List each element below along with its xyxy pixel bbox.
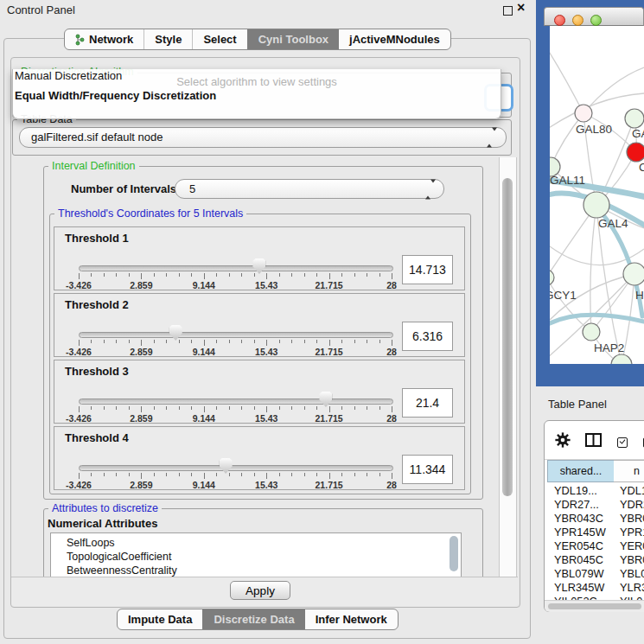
table-row[interactable]: YDR27...YDR2 xyxy=(547,498,644,512)
slider-tick xyxy=(354,406,355,410)
tab-infer-network[interactable]: Infer Network xyxy=(305,609,398,629)
slider-tick xyxy=(241,340,242,343)
network-node[interactable] xyxy=(550,270,554,285)
network-node[interactable] xyxy=(627,143,644,162)
panel-scrollbar-thumb[interactable] xyxy=(502,178,513,496)
split-columns-icon[interactable] xyxy=(585,433,602,450)
table-row[interactable]: YBR043CYBR0 xyxy=(547,512,644,526)
network-node[interactable] xyxy=(611,354,632,364)
checked-checkbox-icon[interactable] xyxy=(617,437,628,448)
network-node[interactable] xyxy=(623,263,644,285)
tab-cyni-toolbox[interactable]: Cyni Toolbox xyxy=(247,29,339,49)
table-hscrollbar-thumb[interactable] xyxy=(548,603,641,609)
tab-discretize-data[interactable]: Discretize Data xyxy=(202,609,304,629)
tab-jactivemnodules[interactable]: jActiveMNodules xyxy=(339,29,450,49)
float-window-icon[interactable] xyxy=(503,6,513,16)
slider-track[interactable] xyxy=(79,465,393,471)
slider-tick xyxy=(204,406,205,412)
tab-label: Network xyxy=(89,29,133,49)
attribute-item[interactable]: SelfLoops xyxy=(51,536,461,550)
list-scrollbar-thumb[interactable] xyxy=(450,536,458,571)
table-row[interactable]: YBR045CYBR0 xyxy=(547,553,644,567)
slider-tick xyxy=(104,406,105,410)
numerical-attributes-list: SelfLoopsTopologicalCoefficientBetweenne… xyxy=(50,532,462,583)
apply-button[interactable]: Apply xyxy=(230,581,290,600)
column-header-name[interactable]: n xyxy=(614,460,644,482)
tab-style[interactable]: Style xyxy=(143,29,192,49)
gear-icon[interactable] xyxy=(555,432,571,451)
slider-tick-label: 28 xyxy=(386,347,397,357)
close-traffic-light-icon[interactable] xyxy=(554,15,565,26)
minimize-traffic-light-icon[interactable] xyxy=(572,15,583,26)
slider-thumb[interactable] xyxy=(169,325,182,341)
slider-tick xyxy=(166,273,167,277)
attribute-item[interactable]: TopologicalCoefficient xyxy=(51,550,461,564)
network-tab-icon xyxy=(75,34,85,46)
table-cell: YBL079W xyxy=(547,567,616,581)
table-hscrollbar-track[interactable] xyxy=(545,600,644,612)
slider-thumb[interactable] xyxy=(319,392,332,407)
close-icon[interactable]: × xyxy=(517,0,525,16)
table-row[interactable]: YLR345WYLR3 xyxy=(547,581,644,595)
slider-tick xyxy=(254,406,255,410)
slider-thumb[interactable] xyxy=(252,258,265,274)
slider-thumb[interactable] xyxy=(220,458,233,474)
algorithm-option[interactable]: Equal Width/Frequency Discretization xyxy=(15,89,502,102)
screen: Control Panel × NetworkStyleSelectCyni T… xyxy=(0,0,644,644)
table-cell: YBR043C xyxy=(547,512,616,526)
network-node-label: GAL80 xyxy=(576,123,612,136)
tab-network[interactable]: Network xyxy=(65,29,143,49)
attribute-item[interactable]: BetweennessCentrality xyxy=(51,564,461,577)
slider-tick xyxy=(216,273,217,277)
table-row[interactable]: YER054CYER0 xyxy=(547,539,644,553)
table-body: YDL19...YDL1YDR27...YDR2YBR043CYBR0YPR14… xyxy=(547,484,644,601)
slider-track[interactable] xyxy=(79,332,393,338)
slider-tick xyxy=(367,273,367,277)
network-canvas[interactable]: GAL80GACGAL11GAL4GCY1HHAP2 xyxy=(550,26,644,364)
threshold-value-field[interactable]: 6.316 xyxy=(402,322,453,351)
network-node[interactable] xyxy=(575,105,592,122)
threshold-value-field[interactable]: 21.4 xyxy=(402,388,453,418)
slider-tick xyxy=(79,406,80,412)
thresholds-list: Threshold 1-3.4262.8599.14415.4321.71528… xyxy=(54,226,465,493)
slider-track[interactable] xyxy=(79,265,393,271)
threshold-label: Threshold 2 xyxy=(65,298,129,311)
slider-tick xyxy=(379,406,380,410)
tab-select[interactable]: Select xyxy=(192,29,246,49)
slider-track[interactable] xyxy=(79,399,393,405)
numerical-attributes-label: Numerical Attributes xyxy=(48,517,157,530)
table-data-combo[interactable]: galFiltered.sif default node xyxy=(19,127,507,148)
slider-tick xyxy=(79,340,80,346)
stepper-arrows-icon xyxy=(425,182,436,195)
slider-tick-label: 21.715 xyxy=(316,280,343,290)
table-row[interactable]: YDL19...YDL1 xyxy=(547,484,644,498)
number-of-intervals-combo[interactable]: 5 xyxy=(175,179,444,199)
slider-tick xyxy=(279,273,280,277)
slider-tick xyxy=(254,273,255,277)
table-row[interactable]: YPR145WYPR1 xyxy=(547,526,644,539)
network-node[interactable] xyxy=(583,323,600,341)
threshold-value-field[interactable]: 14.713 xyxy=(402,255,453,284)
network-node[interactable] xyxy=(625,109,644,128)
tab-label: Style xyxy=(155,29,182,49)
slider-tick xyxy=(266,473,267,479)
tab-impute-data[interactable]: Impute Data xyxy=(118,609,202,629)
table-row[interactable]: YBL079WYBL0 xyxy=(547,567,644,581)
slider-tick xyxy=(191,473,192,476)
slider-tick xyxy=(367,340,367,343)
slider-tick xyxy=(104,273,105,277)
network-node[interactable] xyxy=(583,192,609,218)
table-cell: YPR145W xyxy=(547,526,616,539)
slider-tick xyxy=(279,340,280,343)
threshold-value-field[interactable]: 11.344 xyxy=(402,455,453,484)
network-titlebar[interactable] xyxy=(544,7,644,26)
column-header-shared-name[interactable]: shared... xyxy=(547,460,615,482)
slider-tick xyxy=(304,473,305,476)
zoom-traffic-light-icon[interactable] xyxy=(590,15,602,26)
slider-tick xyxy=(316,473,317,476)
slider-tick xyxy=(216,406,217,410)
algorithm-option[interactable]: Manual Discretization xyxy=(15,69,502,82)
network-edge xyxy=(583,67,644,113)
slider-tick xyxy=(91,473,92,476)
tab-label: Discretize Data xyxy=(214,609,294,629)
